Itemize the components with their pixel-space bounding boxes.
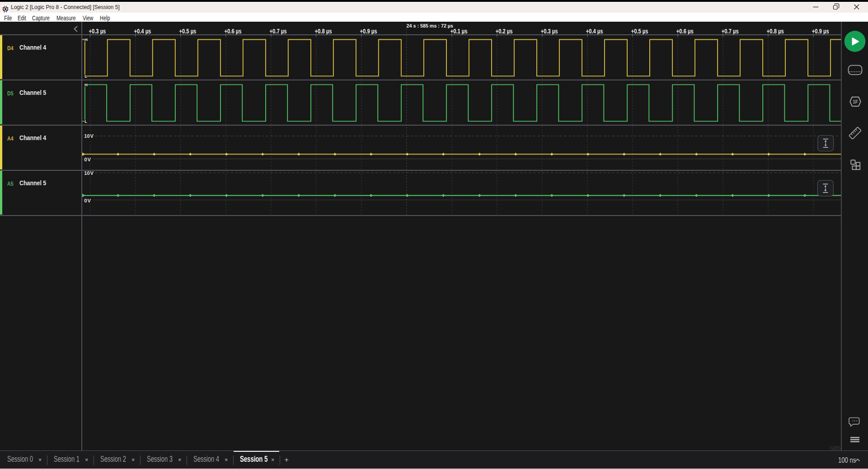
svg-text:1F: 1F <box>853 99 858 104</box>
